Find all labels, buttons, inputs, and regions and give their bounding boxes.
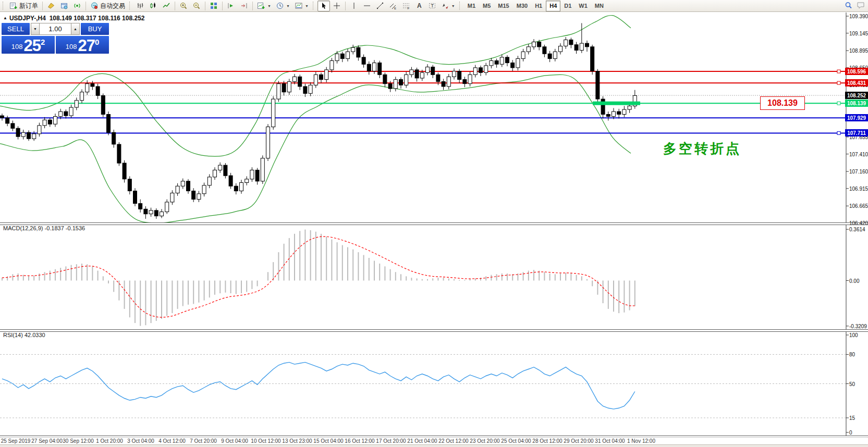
candle-body bbox=[6, 118, 9, 123]
candle-body bbox=[516, 59, 520, 68]
auto-scroll-button[interactable] bbox=[225, 1, 237, 11]
candle-body bbox=[405, 74, 408, 85]
candle-body bbox=[1, 116, 4, 118]
candle-body bbox=[612, 111, 616, 116]
candle-chart-button[interactable] bbox=[147, 1, 160, 11]
market-watch-button[interactable] bbox=[58, 1, 70, 11]
toolbar-separator bbox=[42, 2, 43, 10]
candle-body bbox=[16, 128, 20, 136]
candle-body bbox=[75, 101, 78, 107]
toolbar-drag-handle[interactable] bbox=[3, 2, 5, 10]
candle-body bbox=[399, 80, 403, 85]
candle-body bbox=[224, 165, 227, 176]
autotrading-button[interactable]: 自动交易 bbox=[88, 1, 127, 11]
candle-body bbox=[80, 92, 84, 101]
candle-body bbox=[553, 52, 557, 58]
candle-body bbox=[133, 191, 137, 204]
candle-body bbox=[596, 71, 600, 100]
main-chart-panel bbox=[0, 15, 846, 223]
sell-price-button[interactable]: 108 25 2 bbox=[2, 36, 55, 54]
tab-timeframe-D1[interactable]: D1 bbox=[560, 1, 575, 11]
buy-button[interactable]: BUY bbox=[81, 23, 109, 35]
svg-text:T: T bbox=[431, 3, 434, 8]
candle-body bbox=[543, 47, 546, 54]
profiles-button[interactable] bbox=[45, 1, 57, 11]
tab-timeframe-M30[interactable]: M30 bbox=[513, 1, 531, 11]
tile-windows-button[interactable] bbox=[207, 1, 220, 11]
candle-body bbox=[628, 106, 631, 109]
volume-input[interactable]: 1.00 bbox=[40, 23, 71, 35]
trendline-tool-button[interactable] bbox=[374, 1, 386, 11]
tab-timeframe-H1[interactable]: H1 bbox=[531, 1, 546, 11]
toolbar-drag-handle[interactable] bbox=[459, 2, 462, 10]
chat-icon[interactable] bbox=[857, 1, 865, 9]
buy-price-button[interactable]: 108 27 0 bbox=[56, 36, 109, 54]
chart-shift-button[interactable] bbox=[238, 1, 250, 11]
dropdown-caret-icon: ▼ bbox=[286, 4, 290, 8]
candle-body bbox=[112, 132, 116, 144]
toolbar-drag-handle[interactable] bbox=[129, 2, 132, 10]
templates-button[interactable]: ▼ bbox=[292, 1, 311, 11]
text-tool-button[interactable]: A bbox=[413, 1, 425, 11]
panel-separator[interactable] bbox=[0, 222, 868, 225]
price-annotation-box[interactable]: 108.139 bbox=[760, 96, 805, 110]
candle-body bbox=[144, 209, 148, 214]
panel-separator bbox=[0, 436, 868, 436]
bar-chart-icon bbox=[136, 2, 144, 10]
search-icon[interactable] bbox=[844, 1, 852, 9]
zoom-in-icon bbox=[179, 2, 188, 10]
candle-body bbox=[240, 183, 243, 191]
indicators-icon bbox=[257, 2, 265, 10]
toolbar-separator bbox=[175, 2, 175, 10]
candle-body bbox=[245, 179, 249, 183]
fibonacci-tool-button[interactable]: F bbox=[400, 1, 412, 11]
candle-body bbox=[479, 68, 483, 72]
crosshair-tool-button[interactable] bbox=[331, 1, 343, 11]
signals-button[interactable] bbox=[71, 1, 83, 11]
indicators-button[interactable]: ▼ bbox=[255, 1, 273, 11]
panel-separator[interactable] bbox=[0, 329, 868, 332]
channel-tool-button[interactable]: E bbox=[387, 1, 399, 11]
candle-body bbox=[255, 170, 259, 181]
tab-timeframe-M5[interactable]: M5 bbox=[479, 1, 494, 11]
line-chart-icon bbox=[162, 2, 170, 10]
vertical-line-tool-button[interactable] bbox=[348, 1, 360, 11]
tab-timeframe-W1[interactable]: W1 bbox=[575, 1, 591, 11]
candle-body bbox=[69, 107, 73, 116]
candle-body bbox=[213, 170, 217, 177]
candle-body bbox=[447, 77, 450, 86]
volume-increase-button[interactable]: ▲ bbox=[71, 23, 80, 35]
volume-decrease-button[interactable]: ▼ bbox=[31, 23, 40, 35]
candle-body bbox=[431, 67, 435, 75]
zoom-out-button[interactable] bbox=[190, 1, 203, 11]
cursor-tool-button[interactable] bbox=[317, 1, 330, 11]
sell-price-sup: 2 bbox=[41, 38, 45, 46]
tab-timeframe-M1[interactable]: M1 bbox=[464, 1, 479, 11]
toolbar-drag-handle[interactable] bbox=[313, 2, 315, 10]
candle-body bbox=[293, 77, 297, 81]
autotrading-label: 自动交易 bbox=[100, 2, 125, 10]
tab-timeframe-M15[interactable]: M15 bbox=[494, 1, 512, 11]
horizontal-line-tool-button[interactable] bbox=[361, 1, 373, 11]
candle-body bbox=[314, 74, 317, 85]
candle-body bbox=[394, 80, 397, 89]
toolbar-separator bbox=[205, 2, 205, 10]
candle-body bbox=[420, 72, 424, 78]
candle-body bbox=[154, 210, 158, 216]
periods-button[interactable]: ▼ bbox=[274, 1, 292, 11]
new-order-button[interactable]: 新订单 bbox=[7, 1, 40, 11]
toolbar-right-icons bbox=[844, 1, 865, 9]
line-chart-button[interactable] bbox=[160, 1, 173, 11]
turning-point-annotation[interactable]: 多空转折点 bbox=[663, 140, 741, 158]
candle-body bbox=[527, 47, 530, 52]
zoom-in-button[interactable] bbox=[177, 1, 190, 11]
tab-timeframe-H4[interactable]: H4 bbox=[546, 1, 560, 11]
clock-icon bbox=[276, 2, 284, 10]
arrows-tool-button[interactable]: ▼ bbox=[439, 1, 457, 11]
tab-timeframe-MN[interactable]: MN bbox=[591, 1, 607, 11]
rsi-label: RSI(14) 42.0330 bbox=[3, 332, 45, 338]
sell-button[interactable]: SELL bbox=[2, 23, 30, 35]
bar-chart-button[interactable] bbox=[134, 1, 146, 11]
text-label-tool-button[interactable]: T bbox=[426, 1, 438, 11]
collapse-arrow-icon[interactable]: ▲ bbox=[3, 16, 7, 20]
